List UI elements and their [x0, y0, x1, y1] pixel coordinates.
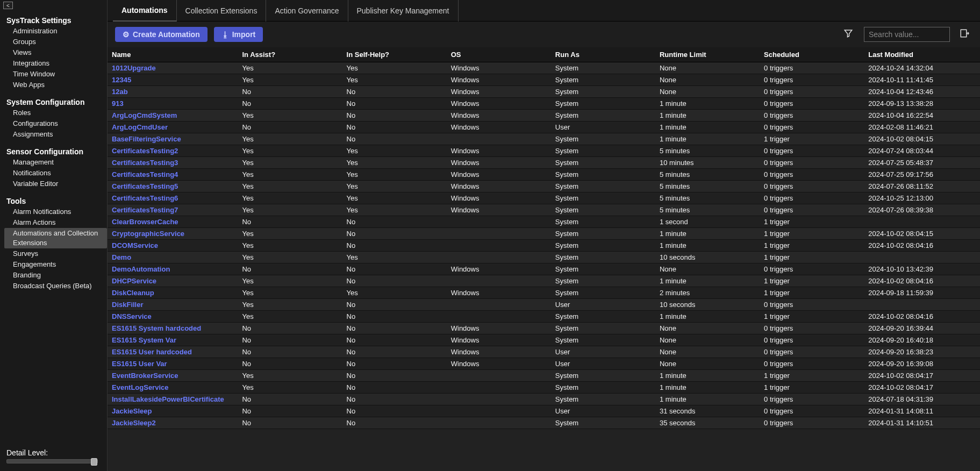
automation-name-cell[interactable]: CertificatesTesting3 — [108, 157, 238, 169]
column-header[interactable]: In Assist? — [238, 47, 342, 62]
automation-name-cell[interactable]: ES1615 System hardcoded — [108, 323, 238, 334]
table-row[interactable]: ArgLogCmdUserNoNoWindowsUser1 minute0 tr… — [108, 122, 980, 133]
table-row[interactable]: 1012UpgradeYesYesWindowsSystemNone0 trig… — [108, 62, 980, 74]
slider-thumb[interactable] — [91, 458, 97, 466]
export-icon[interactable] — [956, 26, 972, 43]
sidebar-item[interactable]: Management — [6, 157, 107, 168]
table-row[interactable]: CryptographicServiceYesNoSystem1 minute1… — [108, 228, 980, 240]
table-row[interactable]: DemoAutomationNoNoWindowsSystemNone0 tri… — [108, 263, 980, 275]
automation-name-cell[interactable]: CryptographicService — [108, 228, 238, 240]
automation-name-cell[interactable]: ClearBrowserCache — [108, 216, 238, 228]
table-row[interactable]: ArgLogCmdSystemYesNoWindowsSystem1 minut… — [108, 110, 980, 122]
automation-name-cell[interactable]: DemoAutomation — [108, 263, 238, 275]
tab[interactable]: Action Governance — [266, 0, 348, 22]
table-row[interactable]: CertificatesTesting5YesYesWindowsSystem5… — [108, 181, 980, 192]
sidebar-item[interactable]: Views — [6, 47, 107, 58]
tab[interactable]: Collection Extensions — [177, 0, 267, 22]
sidebar-item[interactable]: Configurations — [6, 118, 107, 129]
sidebar-item[interactable]: Branding — [6, 270, 107, 281]
sidebar-item[interactable]: Automations and Collection Extensions — [4, 228, 107, 248]
automation-name-cell[interactable]: CertificatesTesting5 — [108, 181, 238, 192]
automation-name-cell[interactable]: BaseFilteringService — [108, 133, 238, 145]
automation-name-cell[interactable]: EventBrokerService — [108, 370, 238, 382]
automation-name-cell[interactable]: 913 — [108, 98, 238, 110]
table-row[interactable]: InstallLakesidePowerBICertificateNoNoSys… — [108, 394, 980, 405]
table-row[interactable]: DemoYesYesSystem10 seconds1 trigger — [108, 252, 980, 263]
sidebar-item[interactable]: Alarm Actions — [6, 217, 107, 228]
table-row[interactable]: ES1615 User VarNoNoWindowsUserNone0 trig… — [108, 358, 980, 370]
automation-name-cell[interactable]: DiskFiller — [108, 299, 238, 311]
table-row[interactable]: ClearBrowserCacheNoNoSystem1 second1 tri… — [108, 216, 980, 228]
table-row[interactable]: DCOMServiceYesNoSystem1 minute1 trigger2… — [108, 240, 980, 252]
automation-name-cell[interactable]: ArgLogCmdSystem — [108, 110, 238, 122]
table-row[interactable]: 12345YesYesWindowsSystemNone0 triggers20… — [108, 74, 980, 86]
automation-name-cell[interactable]: DCOMService — [108, 240, 238, 252]
column-header[interactable]: Run As — [551, 47, 655, 62]
sidebar-item[interactable]: Web Apps — [6, 80, 107, 90]
column-header[interactable]: In Self-Help? — [342, 47, 447, 62]
collapse-sidebar-button[interactable]: < — [3, 2, 13, 9]
import-button[interactable]: ⭳ Import — [214, 27, 263, 42]
table-row[interactable]: CertificatesTesting3YesYesWindowsSystem1… — [108, 157, 980, 169]
automation-name-cell[interactable]: Demo — [108, 252, 238, 263]
detail-level-slider[interactable] — [6, 459, 98, 463]
table-row[interactable]: EventLogServiceYesNoSystem1 minute1 trig… — [108, 382, 980, 394]
create-automation-button[interactable]: ⚙ Create Automation — [115, 27, 208, 42]
tab[interactable]: Automations — [113, 0, 177, 22]
table-row[interactable]: JackieSleep2NoNoSystem35 seconds0 trigge… — [108, 417, 980, 429]
automation-name-cell[interactable]: EventLogService — [108, 382, 238, 394]
sidebar-item[interactable]: Variable Editor — [6, 179, 107, 189]
table-row[interactable]: ES1615 System hardcodedNoNoWindowsSystem… — [108, 323, 980, 334]
automation-name-cell[interactable]: DHCPService — [108, 275, 238, 287]
automation-name-cell[interactable]: 12345 — [108, 74, 238, 86]
table-row[interactable]: ES1615 User hardcodedNoNoWindowsUserNone… — [108, 346, 980, 358]
sidebar-item[interactable]: Broadcast Queries (Beta) — [6, 281, 107, 291]
automation-name-cell[interactable]: JackieSleep2 — [108, 417, 238, 429]
table-row[interactable]: DiskCleanupYesYesWindowsSystem2 minutes1… — [108, 287, 980, 299]
sidebar-item[interactable]: Assignments — [6, 129, 107, 140]
table-row[interactable]: DiskFillerYesNoUser10 seconds0 triggers — [108, 299, 980, 311]
automation-name-cell[interactable]: CertificatesTesting4 — [108, 169, 238, 181]
table-row[interactable]: BaseFilteringServiceYesNoSystem1 minute1… — [108, 133, 980, 145]
automation-name-cell[interactable]: CertificatesTesting7 — [108, 204, 238, 216]
search-input[interactable] — [864, 27, 950, 42]
automation-name-cell[interactable]: 12ab — [108, 86, 238, 98]
table-row[interactable]: 913NoNoWindowsSystem1 minute0 triggers20… — [108, 98, 980, 110]
automations-table-wrap[interactable]: NameIn Assist?In Self-Help?OSRun AsRunti… — [108, 47, 980, 471]
table-row[interactable]: CertificatesTesting4YesYesWindowsSystem5… — [108, 169, 980, 181]
column-header[interactable]: Name — [108, 47, 238, 62]
column-header[interactable]: Last Modified — [864, 47, 980, 62]
sidebar-item[interactable]: Notifications — [6, 168, 107, 179]
automation-name-cell[interactable]: InstallLakesidePowerBICertificate — [108, 394, 238, 405]
table-row[interactable]: ES1615 System VarNoNoWindowsSystemNone0 … — [108, 334, 980, 346]
sidebar-item[interactable]: Integrations — [6, 58, 107, 69]
column-header[interactable]: Scheduled — [760, 47, 864, 62]
automation-name-cell[interactable]: ES1615 User Var — [108, 358, 238, 370]
automation-name-cell[interactable]: ES1615 System Var — [108, 334, 238, 346]
automation-name-cell[interactable]: CertificatesTesting2 — [108, 145, 238, 157]
column-header[interactable]: OS — [447, 47, 551, 62]
automation-name-cell[interactable]: DiskCleanup — [108, 287, 238, 299]
table-row[interactable]: CertificatesTesting7YesYesWindowsSystem5… — [108, 204, 980, 216]
table-row[interactable]: DHCPServiceYesNoSystem1 minute1 trigger2… — [108, 275, 980, 287]
automation-name-cell[interactable]: ES1615 User hardcoded — [108, 346, 238, 358]
automation-name-cell[interactable]: ArgLogCmdUser — [108, 122, 238, 133]
sidebar-item[interactable]: Alarm Notifications — [6, 206, 107, 217]
table-row[interactable]: CertificatesTesting2YesYesWindowsSystem5… — [108, 145, 980, 157]
automation-name-cell[interactable]: 1012Upgrade — [108, 62, 238, 74]
table-row[interactable]: DNSServiceYesNoSystem1 minute1 trigger20… — [108, 311, 980, 323]
filter-icon[interactable] — [839, 26, 857, 43]
table-row[interactable]: CertificatesTesting6YesYesWindowsSystem5… — [108, 192, 980, 204]
column-header[interactable]: Runtime Limit — [655, 47, 760, 62]
automation-name-cell[interactable]: DNSService — [108, 311, 238, 323]
table-row[interactable]: 12abNoNoWindowsSystemNone0 triggers2024-… — [108, 86, 980, 98]
automation-name-cell[interactable]: CertificatesTesting6 — [108, 192, 238, 204]
sidebar-item[interactable]: Engagements — [6, 259, 107, 270]
sidebar-item[interactable]: Administration — [6, 26, 107, 37]
table-row[interactable]: EventBrokerServiceYesNoSystem1 minute1 t… — [108, 370, 980, 382]
sidebar-item[interactable]: Time Window — [6, 69, 107, 80]
sidebar-item[interactable]: Groups — [6, 37, 107, 47]
sidebar-item[interactable]: Roles — [6, 108, 107, 118]
table-row[interactable]: JackieSleepNoNoUser31 seconds0 triggers2… — [108, 405, 980, 417]
sidebar-item[interactable]: Surveys — [6, 248, 107, 259]
